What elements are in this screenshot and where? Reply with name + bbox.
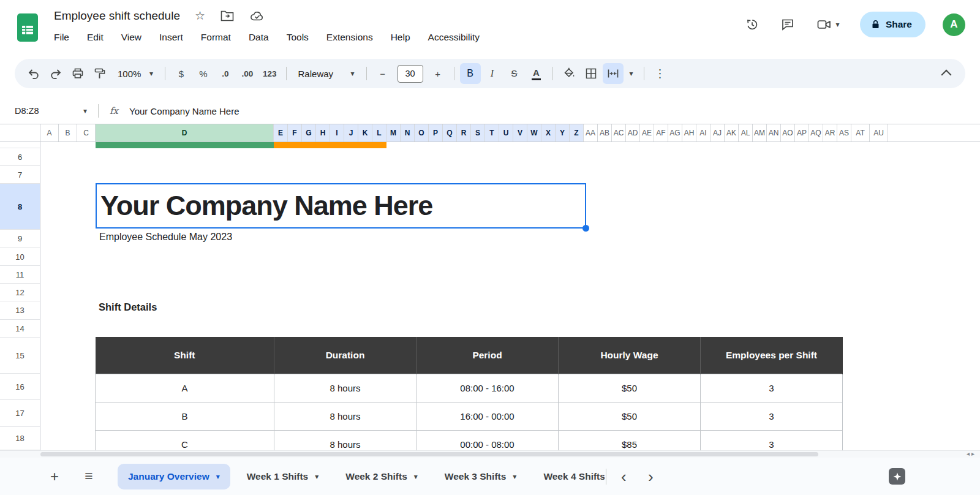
column-header-l[interactable]: L (372, 124, 386, 142)
meet-camera-icon[interactable]: ▾ (810, 11, 846, 38)
print-button[interactable] (67, 63, 88, 84)
table-cell[interactable]: 16:00 - 00:00 (417, 402, 559, 431)
table-cell[interactable]: 00:00 - 08:00 (417, 431, 559, 451)
avatar[interactable]: A (943, 13, 965, 36)
column-header-i[interactable]: I (330, 124, 344, 142)
sheet-tab-week-2-shifts[interactable]: Week 2 Shifts▾ (335, 464, 428, 489)
row-header-14[interactable]: 14 (0, 320, 40, 338)
table-cell[interactable]: $50 (559, 374, 701, 402)
sheet-canvas[interactable]: Your Company Name Here Employee Schedule… (40, 142, 980, 450)
row-header-18[interactable]: 18 (0, 427, 40, 450)
column-header-au[interactable]: AU (870, 124, 888, 142)
column-header-j[interactable]: J (344, 124, 358, 142)
menu-data[interactable]: Data (247, 31, 270, 44)
camera-caret-icon[interactable]: ▾ (835, 20, 839, 29)
table-header-period[interactable]: Period (417, 337, 559, 374)
menu-extensions[interactable]: Extensions (325, 31, 374, 44)
table-cell[interactable]: C (96, 431, 274, 451)
italic-button[interactable]: I (482, 63, 503, 84)
column-header-ap[interactable]: AP (795, 124, 809, 142)
more-options-button[interactable]: ⋮ (650, 63, 671, 84)
merge-cells-button[interactable] (603, 63, 624, 84)
sheet-tab-week-4-shifts[interactable]: Week 4 Shifts (533, 464, 605, 489)
menu-tools[interactable]: Tools (285, 31, 310, 44)
row-header-13[interactable]: 13 (0, 301, 40, 320)
tab-caret-icon[interactable]: ▾ (513, 472, 516, 481)
star-icon[interactable]: ☆ (195, 9, 205, 23)
scrollbar-arrows-icon[interactable]: ◂▸ (967, 450, 976, 457)
column-header-m[interactable]: M (386, 124, 401, 142)
column-header-ag[interactable]: AG (668, 124, 682, 142)
move-folder-icon[interactable] (220, 9, 235, 23)
increase-decimal-button[interactable]: .00 (237, 63, 258, 84)
table-cell[interactable]: 8 hours (274, 402, 417, 431)
format-percent-button[interactable]: % (193, 63, 214, 84)
merge-cells-caret[interactable]: ▾ (625, 63, 638, 84)
decrease-font-size-button[interactable]: − (372, 63, 393, 84)
row-header-17[interactable]: 17 (0, 400, 40, 427)
tab-caret-icon[interactable]: ▾ (414, 472, 418, 481)
row-header-partial[interactable] (0, 142, 40, 148)
menu-help[interactable]: Help (390, 31, 412, 44)
column-header-k[interactable]: K (358, 124, 372, 142)
column-header-ad[interactable]: AD (626, 124, 640, 142)
bold-button[interactable]: B (460, 63, 481, 84)
zoom-select[interactable]: 100% ▾ (111, 63, 159, 84)
schedule-subtitle-cell[interactable]: Employee Schedule May 2023 (99, 232, 232, 243)
column-header-p[interactable]: P (429, 124, 443, 142)
table-cell[interactable]: 3 (701, 402, 843, 431)
comments-icon[interactable] (774, 11, 801, 38)
column-header-x[interactable]: X (541, 124, 556, 142)
column-header-am[interactable]: AM (753, 124, 767, 142)
column-header-al[interactable]: AL (739, 124, 753, 142)
column-header-w[interactable]: W (527, 124, 541, 142)
table-header-employees-per-shift[interactable]: Employees per Shift (701, 337, 843, 374)
table-cell[interactable]: 3 (701, 431, 843, 451)
column-header-an[interactable]: AN (767, 124, 781, 142)
menu-file[interactable]: File (53, 31, 70, 44)
sheets-logo-icon[interactable] (16, 12, 39, 43)
company-title-cell[interactable]: Your Company Name Here (97, 190, 432, 222)
font-family-select[interactable]: Raleway ▾ (292, 63, 361, 84)
column-header-y[interactable]: Y (556, 124, 570, 142)
column-header-aj[interactable]: AJ (710, 124, 725, 142)
column-header-ah[interactable]: AH (682, 124, 696, 142)
share-button[interactable]: Share (860, 12, 925, 37)
fill-color-button[interactable] (559, 63, 579, 84)
row-header-8[interactable]: 8 (0, 184, 40, 230)
menu-accessibility[interactable]: Accessibility (427, 31, 481, 44)
table-cell[interactable]: B (96, 402, 274, 431)
menu-insert[interactable]: Insert (158, 31, 184, 44)
table-header-duration[interactable]: Duration (274, 337, 417, 374)
column-header-ao[interactable]: AO (781, 124, 795, 142)
column-header-v[interactable]: V (513, 124, 527, 142)
row-header-9[interactable]: 9 (0, 230, 40, 248)
row-header-12[interactable]: 12 (0, 284, 40, 301)
column-header-ab[interactable]: AB (598, 124, 612, 142)
column-header-t[interactable]: T (485, 124, 499, 142)
column-header-b[interactable]: B (59, 124, 77, 142)
table-cell[interactable]: A (96, 374, 274, 402)
menu-format[interactable]: Format (200, 31, 232, 44)
decrease-decimal-button[interactable]: .0 (215, 63, 236, 84)
menu-view[interactable]: View (120, 31, 143, 44)
column-header-c[interactable]: C (77, 124, 96, 142)
all-sheets-button[interactable]: ≡ (80, 468, 98, 485)
column-header-at[interactable]: AT (851, 124, 870, 142)
column-header-ar[interactable]: AR (823, 124, 837, 142)
column-header-f[interactable]: F (288, 124, 302, 142)
column-header-ai[interactable]: AI (696, 124, 710, 142)
version-history-icon[interactable] (739, 11, 766, 38)
tab-caret-icon[interactable]: ▾ (216, 472, 220, 481)
column-header-ak[interactable]: AK (725, 124, 739, 142)
column-header-z[interactable]: Z (570, 124, 584, 142)
column-header-ae[interactable]: AE (640, 124, 654, 142)
table-cell[interactable]: 8 hours (274, 431, 417, 451)
column-header-aa[interactable]: AA (584, 124, 598, 142)
table-cell[interactable]: 3 (701, 374, 843, 402)
sheet-tab-week-1-shifts[interactable]: Week 1 Shifts▾ (236, 464, 330, 489)
row-header-10[interactable]: 10 (0, 248, 40, 266)
number-format-button[interactable]: 123 (259, 63, 281, 84)
increase-font-size-button[interactable]: + (428, 63, 448, 84)
hide-toolbar-button[interactable] (936, 63, 957, 84)
